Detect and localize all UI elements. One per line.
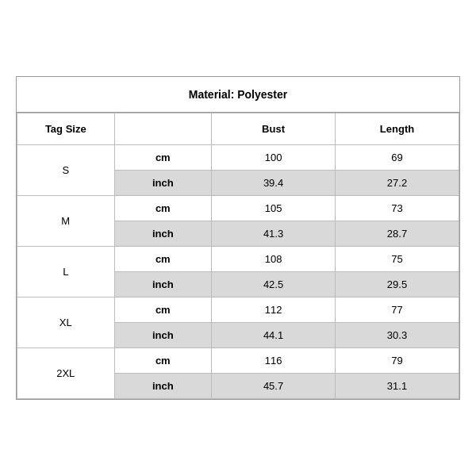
cm-length-cell: 79	[336, 348, 459, 374]
unit-inch-cell: inch	[114, 272, 212, 298]
table-row: Scm10069	[17, 145, 459, 171]
unit-cm-cell: cm	[114, 145, 212, 171]
unit-inch-cell: inch	[114, 171, 212, 196]
table-row: XLcm11277	[17, 298, 459, 323]
unit-inch-cell: inch	[114, 323, 212, 348]
cm-bust-cell: 116	[212, 348, 336, 374]
unit-inch-cell: inch	[114, 221, 212, 247]
inch-bust-cell: 45.7	[212, 374, 336, 399]
unit-inch-cell: inch	[114, 374, 212, 399]
header-tag-size: Tag Size	[17, 113, 115, 145]
inch-bust-cell: 39.4	[212, 171, 336, 196]
table-row: Mcm10573	[17, 196, 459, 221]
inch-bust-cell: 44.1	[212, 323, 336, 348]
tag-cell: M	[17, 196, 115, 247]
inch-bust-cell: 41.3	[212, 221, 336, 247]
unit-cm-cell: cm	[114, 196, 212, 221]
size-table: Tag Size Bust Length Scm10069inch39.427.…	[17, 113, 459, 399]
inch-length-cell: 28.7	[336, 221, 459, 247]
unit-cm-cell: cm	[114, 298, 212, 323]
unit-cm-cell: cm	[114, 247, 212, 272]
table-row: Lcm10875	[17, 247, 459, 272]
cm-length-cell: 75	[336, 247, 459, 272]
inch-bust-cell: 42.5	[212, 272, 336, 298]
cm-bust-cell: 100	[212, 145, 336, 171]
tag-cell: XL	[17, 298, 115, 348]
cm-length-cell: 69	[336, 145, 459, 171]
tag-cell: S	[17, 145, 115, 196]
header-unit	[114, 113, 212, 145]
cm-bust-cell: 112	[212, 298, 336, 323]
inch-length-cell: 30.3	[336, 323, 459, 348]
size-chart-wrapper: Material: Polyester Tag Size Bust Length…	[16, 76, 460, 400]
cm-length-cell: 77	[336, 298, 459, 323]
inch-length-cell: 27.2	[336, 171, 459, 196]
table-row: 2XLcm11679	[17, 348, 459, 374]
tag-cell: L	[17, 247, 115, 298]
header-length: Length	[336, 113, 459, 145]
chart-title: Material: Polyester	[17, 77, 459, 113]
unit-cm-cell: cm	[114, 348, 212, 374]
cm-bust-cell: 105	[212, 196, 336, 221]
cm-length-cell: 73	[336, 196, 459, 221]
inch-length-cell: 31.1	[336, 374, 459, 399]
inch-length-cell: 29.5	[336, 272, 459, 298]
tag-cell: 2XL	[17, 348, 115, 399]
header-bust: Bust	[212, 113, 336, 145]
cm-bust-cell: 108	[212, 247, 336, 272]
